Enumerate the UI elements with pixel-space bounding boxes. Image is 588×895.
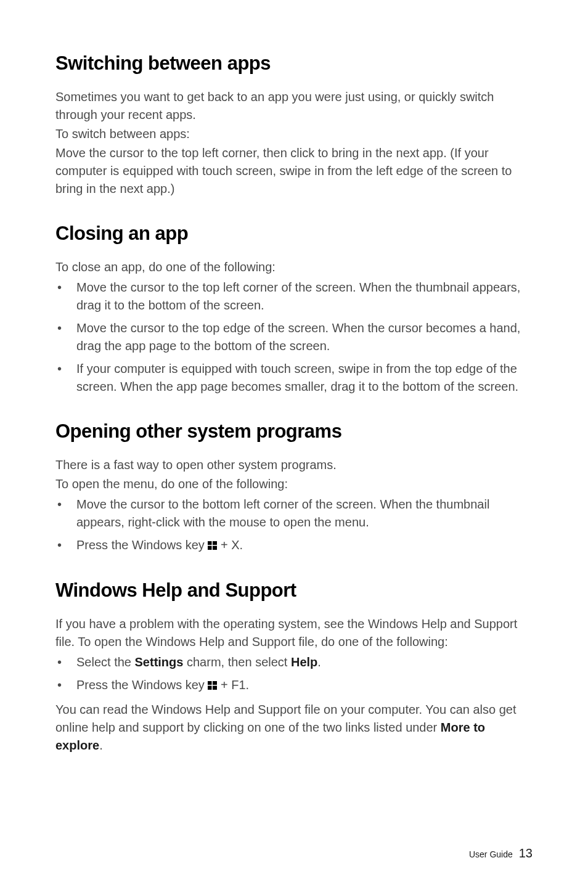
bold-settings: Settings [135,655,184,669]
list-item: Press the Windows key + F1. [55,676,533,695]
svg-rect-2 [208,546,212,550]
windows-key-icon [208,677,217,695]
page-number: 13 [519,846,533,860]
paragraph: Move the cursor to the top left corner, … [55,144,533,198]
text-fragment: Press the Windows key [76,678,208,692]
text-fragment: Select the [76,655,135,669]
list-item: Move the cursor to the top edge of the s… [55,319,533,355]
heading-closing: Closing an app [55,223,533,245]
text-fragment: charm, then select [183,655,291,669]
section-closing: Closing an app To close an app, do one o… [55,223,533,396]
heading-opening: Opening other system programs [55,420,533,443]
section-switching: Switching between apps Sometimes you wan… [55,52,533,198]
heading-switching: Switching between apps [55,52,533,75]
paragraph: If you have a problem with the operating… [55,615,533,651]
windows-key-icon [208,537,217,555]
paragraph: You can read the Windows Help and Suppor… [55,701,533,754]
svg-rect-0 [208,541,212,545]
text-fragment: + X. [217,538,243,552]
heading-help: Windows Help and Support [55,579,533,602]
svg-rect-6 [208,686,212,690]
bold-help: Help [291,655,317,669]
list-item: Press the Windows key + X. [55,536,533,555]
paragraph: To switch between apps: [55,125,533,143]
list-item: Move the cursor to the bottom left corne… [55,496,533,531]
text-fragment: . [99,738,103,752]
bullet-list-closing: Move the cursor to the top left corner o… [55,279,533,396]
bullet-list-opening: Move the cursor to the bottom left corne… [55,496,533,555]
text-fragment: . [317,655,321,669]
text-fragment: Press the Windows key [76,538,208,552]
list-item: Select the Settings charm, then select H… [55,653,533,671]
list-item: If your computer is equipped with touch … [55,360,533,396]
paragraph: To open the menu, do one of the followin… [55,475,533,493]
text-fragment: + F1. [217,678,249,692]
bullet-list-help: Select the Settings charm, then select H… [55,653,533,695]
page-content: Switching between apps Sometimes you wan… [0,0,588,816]
page-footer: User Guide 13 [469,846,533,860]
list-item: Move the cursor to the top left corner o… [55,279,533,314]
section-help: Windows Help and Support If you have a p… [55,579,533,754]
paragraph: To close an app, do one of the following… [55,258,533,276]
paragraph: There is a fast way to open other system… [55,456,533,474]
svg-rect-4 [208,681,212,685]
section-opening: Opening other system programs There is a… [55,420,533,555]
paragraph: Sometimes you want to get back to an app… [55,88,533,124]
footer-label: User Guide [469,849,513,859]
